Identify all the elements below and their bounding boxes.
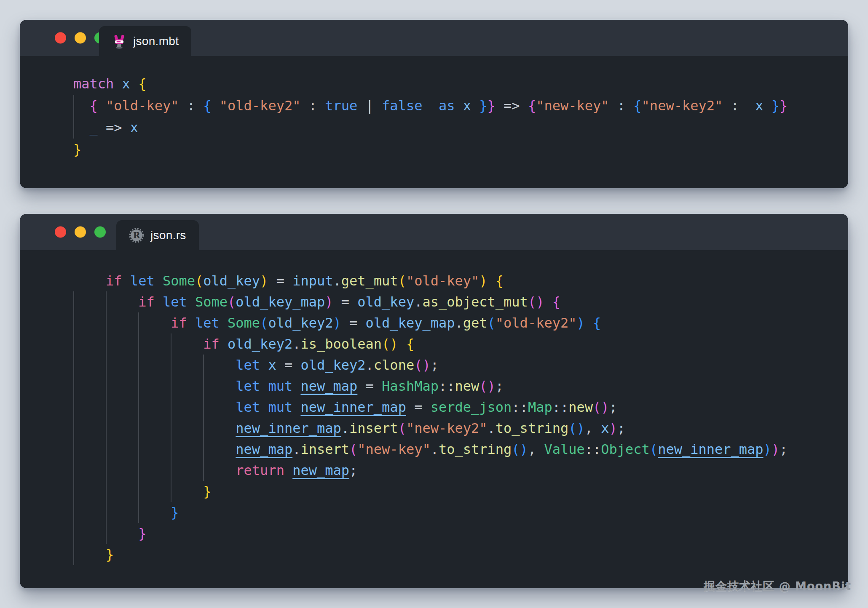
tab-label: json.mbt (133, 35, 179, 48)
minimize-button[interactable] (75, 32, 86, 44)
code-editor-rs[interactable]: if let Some(old_key) = input.get_mut("ol… (73, 270, 848, 565)
indent-guide (106, 291, 107, 544)
maximize-button[interactable] (94, 227, 106, 238)
code-line: new_map.insert("new-key".to_string(), Va… (73, 439, 848, 460)
moonbit-icon (112, 34, 127, 49)
code-line: } (73, 502, 848, 523)
code-line: if let Some(old_key) = input.get_mut("ol… (73, 270, 848, 291)
code-line: let mut new_inner_map = serde_json::Map:… (73, 397, 848, 418)
indent-guide (171, 333, 171, 502)
code-window-moonbit: json.mbt match x { { "old-key" : { "old-… (20, 20, 848, 188)
window-controls (55, 32, 106, 44)
tab-label: json.rs (150, 229, 186, 242)
code-line: } (73, 139, 848, 160)
code-line: } (73, 481, 848, 502)
code-line: new_inner_map.insert("new-key2".to_strin… (73, 418, 848, 439)
indent-guide (138, 312, 139, 523)
tab-json-rs[interactable]: R json.rs (116, 220, 199, 250)
window-controls (55, 227, 106, 238)
minimize-button[interactable] (75, 227, 86, 238)
code-line: return new_map; (73, 460, 848, 481)
svg-text:R: R (133, 230, 140, 240)
code-line: if let Some(old_key2) = old_key_map.get(… (73, 312, 848, 333)
close-button[interactable] (55, 32, 66, 44)
indent-guide (73, 291, 74, 565)
screenshot-root: { "colors": { "match": "#cd7fd8", "kw": … (0, 0, 868, 608)
code-line: } (73, 523, 848, 544)
code-line: { "old-key" : { "old-key2" : true | fals… (73, 95, 848, 117)
code-line: match x { (73, 73, 848, 95)
code-editor-mbt[interactable]: match x { { "old-key" : { "old-key2" : t… (73, 73, 848, 160)
titlebar[interactable]: R json.rs (20, 214, 848, 250)
code-line: let mut new_map = HashMap::new(); (73, 376, 848, 397)
code-line: _ => x (73, 117, 848, 139)
indent-guide (203, 355, 204, 481)
titlebar[interactable]: json.mbt (20, 20, 848, 56)
code-line: if old_key2.is_boolean() { (73, 333, 848, 355)
watermark: 掘金技术社区 @ MoonBit (704, 579, 851, 594)
indent-guide (73, 95, 74, 139)
tab-json-mbt[interactable]: json.mbt (99, 26, 191, 56)
rust-icon: R (129, 228, 144, 243)
code-window-rust: R json.rs if let Some(old_key) = input.g… (20, 214, 848, 588)
code-line: if let Some(old_key_map) = old_key.as_ob… (73, 291, 848, 312)
code-line: } (73, 544, 848, 565)
close-button[interactable] (55, 227, 66, 238)
code-line: let x = old_key2.clone(); (73, 355, 848, 376)
